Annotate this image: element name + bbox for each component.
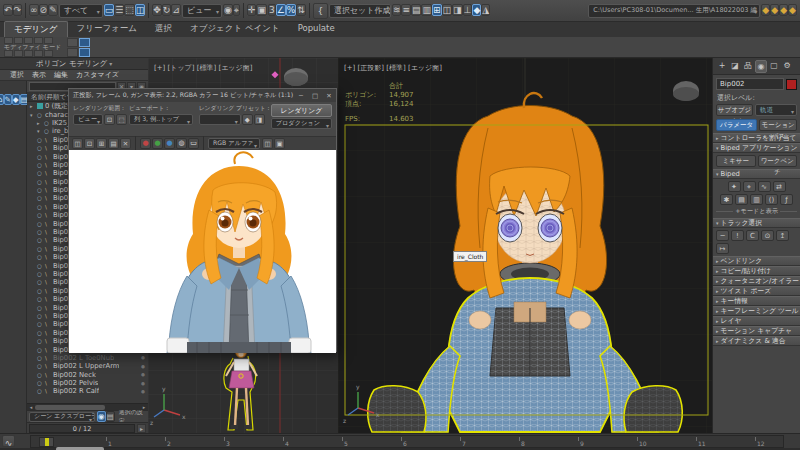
maximize-icon[interactable]: □	[308, 92, 322, 100]
opposite-tracks-button[interactable]: ↦	[716, 243, 729, 254]
tree-row[interactable]: Bip002 L Toe0Nub	[27, 354, 148, 362]
viewport-orthographic-label[interactable]: [+] [正投影] [標準] [エッジ面]	[344, 63, 442, 73]
lock-dot-icon[interactable]	[141, 389, 145, 394]
workspace-button-4[interactable]: ◆	[788, 4, 797, 16]
spinner-snap-toggle[interactable]: ⇅	[296, 4, 306, 16]
horizontal-scrollbar[interactable]: ◂ ▸	[27, 403, 148, 410]
modes-and-display-expander[interactable]: +モードと表示	[716, 207, 797, 216]
ribbon-toggle-active[interactable]	[79, 48, 90, 57]
workspace-button-2[interactable]: ◆	[770, 4, 779, 16]
select-and-scale-button[interactable]: ⊿	[171, 4, 181, 16]
lock-dot-icon[interactable]	[141, 364, 145, 369]
ribbon-tab[interactable]: オブジェクト ペイント	[181, 21, 289, 37]
footstep-mode-button[interactable]: ⌖	[743, 181, 756, 192]
visibility-icon[interactable]	[37, 170, 45, 176]
clear-button[interactable]: ✕	[120, 138, 131, 149]
workspace-button-1[interactable]: ◆	[761, 4, 770, 16]
blue-channel-toggle[interactable]: ●	[164, 138, 175, 149]
rendered-frame-window[interactable]: 正投影, フレーム 0, ガンマ表示: 2.2, RGBA カラー 16 ビット…	[68, 88, 337, 352]
rollout-track-selection[interactable]: トラック選択	[713, 218, 800, 228]
edit-named-selection-sets-button[interactable]: {	[313, 3, 328, 19]
explorer-settings-button[interactable]: ▤	[106, 411, 115, 422]
layer-explorer-button[interactable]: ▥	[421, 4, 432, 16]
tree-row[interactable]: Bip002 R Calf	[27, 387, 148, 395]
scroll-left-icon[interactable]: ◂	[27, 404, 35, 411]
explorer-menu-item[interactable]: カスタマイズ	[76, 70, 119, 80]
visibility-icon[interactable]	[37, 212, 45, 218]
visibility-icon[interactable]	[37, 338, 45, 344]
filter-groups[interactable]: ✎	[4, 94, 12, 105]
select-and-manipulate-button[interactable]: ⌖	[233, 4, 240, 16]
rollout-key-info[interactable]: キー情報	[713, 296, 800, 306]
object-color-swatch[interactable]	[786, 79, 797, 90]
convert-button[interactable]: ()	[765, 194, 778, 205]
render-mode-dropdown[interactable]: プロダクション	[271, 118, 332, 129]
visibility-icon[interactable]	[37, 321, 45, 327]
render-preset-teapot-button[interactable]: ◆	[242, 114, 253, 125]
ribbon-mini-button[interactable]	[34, 50, 43, 57]
ribbon-mini-button[interactable]	[44, 50, 53, 57]
save-file-button[interactable]: ▥	[750, 194, 763, 205]
visibility-icon[interactable]	[37, 195, 45, 201]
select-object-button[interactable]: ▭	[104, 4, 115, 16]
lock-dot-icon[interactable]	[141, 355, 145, 360]
visibility-icon[interactable]	[37, 355, 45, 361]
filter-spacewarps[interactable]: ⌂	[0, 94, 4, 105]
track-bar[interactable]: ∿ 123456789101112	[0, 433, 800, 448]
channel-options-button[interactable]: ▣	[274, 138, 285, 149]
redo-button[interactable]: ↷	[13, 4, 23, 16]
red-channel-toggle[interactable]: ●	[140, 138, 151, 149]
sub-object-mode-dropdown[interactable]: 軌道	[755, 104, 797, 116]
rfw-titlebar[interactable]: 正投影, フレーム 0, ガンマ表示: 2.2, RGBA カラー 16 ビット…	[69, 89, 336, 102]
viewport-orthographic[interactable]: x y z [+] [正投影] [標準] [エッジ面] 合計 ポリゴン:14,9…	[338, 58, 712, 433]
alpha-channel-toggle[interactable]: ◍	[176, 138, 187, 149]
visibility-icon[interactable]	[44, 128, 52, 134]
mixer-mode-button[interactable]: ⇄	[773, 181, 786, 192]
visibility-icon[interactable]	[37, 271, 45, 277]
channel-display-dropdown[interactable]: RGB アルファ	[208, 138, 260, 149]
visibility-icon[interactable]	[37, 305, 45, 311]
explorer-menu-item[interactable]: 編集	[54, 70, 68, 80]
keyboard-override-toggle[interactable]: ▣	[256, 4, 267, 16]
rollout-copy-paste[interactable]: コピー/貼り付け	[713, 266, 800, 276]
load-file-button[interactable]: ▤	[735, 194, 748, 205]
viewcube[interactable]	[673, 81, 699, 101]
project-folder-dropdown[interactable]: C:\Users\PC308-01\Documen... 生用\A1802200…	[588, 4, 760, 18]
visibility-icon[interactable]	[37, 187, 45, 193]
hierarchy-tab[interactable]: 品	[742, 60, 754, 73]
visibility-icon[interactable]	[37, 380, 45, 386]
named-selection-sets-field[interactable]: 選択セット作成	[329, 4, 391, 18]
parameters-tab[interactable]: パラメータ	[716, 119, 757, 131]
scrollbar-thumb[interactable]	[35, 405, 105, 410]
ribbon-mini-button[interactable]	[4, 50, 13, 57]
motion-tab[interactable]: ◉	[755, 60, 767, 73]
ribbon-mini-button[interactable]	[67, 38, 78, 47]
lock-com-keying-button[interactable]: ⊙	[761, 230, 774, 241]
rfw-viewport-dropdown[interactable]: 列 3, 例..トップ	[129, 114, 193, 125]
visibility-icon[interactable]	[37, 229, 45, 235]
ribbon-mini-button[interactable]	[14, 50, 23, 57]
save-image-button[interactable]: ◫	[72, 138, 83, 149]
body-horizontal-button[interactable]: ─	[716, 230, 729, 241]
use-pivot-center-button[interactable]: ◉	[223, 4, 233, 16]
motion-flow-mode-button[interactable]: ∿	[758, 181, 771, 192]
unlink-selection-button[interactable]: ⊘	[39, 4, 49, 16]
workspace-button-3[interactable]: ◆	[779, 4, 788, 16]
ribbon-toggle-active[interactable]	[79, 38, 90, 47]
rollout-twist-poses[interactable]: ツイスト ポーズ	[713, 286, 800, 296]
selection-region-button[interactable]: ⬚	[124, 4, 135, 16]
render-button[interactable]: レンダリング	[271, 104, 332, 117]
viewport-top-label[interactable]: [+] [トップ] [標準] [エッジ面]	[154, 63, 252, 73]
manipulate-button[interactable]: ✛	[247, 4, 257, 16]
body-rotation-button[interactable]: C	[746, 230, 759, 241]
filter-xrefs[interactable]: ◆	[12, 94, 20, 105]
explorer-lock-button[interactable]: ◉	[97, 411, 106, 422]
rollout-quaternion-euler[interactable]: クォータニオン/オイラー	[713, 276, 800, 286]
biped-playback-button[interactable]: ✱	[720, 194, 733, 205]
body-vertical-button[interactable]: !	[731, 230, 744, 241]
window-crossing-toggle[interactable]: ◫	[135, 4, 146, 16]
object-name-field[interactable]: Bip002	[716, 78, 784, 90]
area-to-render-dropdown[interactable]: ビュー	[73, 114, 103, 125]
visibility-icon[interactable]	[37, 313, 45, 319]
biped-app-button[interactable]: ミキサー	[716, 155, 756, 167]
